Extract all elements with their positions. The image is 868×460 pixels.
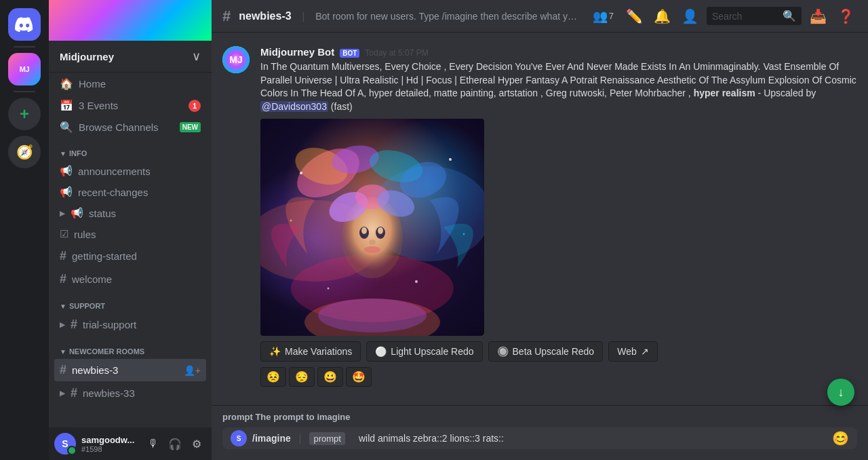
server-banner [49, 0, 212, 41]
browse-icon: 🔍 [60, 121, 73, 134]
server-header[interactable]: Midjourney ∨ [49, 41, 212, 73]
members-icon: 👥 [593, 9, 608, 24]
jump-to-present-button[interactable]: ↓ [827, 379, 854, 406]
reaction-sad[interactable]: 😔 [289, 367, 315, 387]
beta-upscale-label: Beta Upscale Redo [513, 346, 595, 357]
category-newcomer-label: NEWCOMER ROOMS [69, 347, 144, 356]
emoji-picker-button[interactable]: 😊 [832, 430, 849, 446]
hash-icon-newbies3: # [60, 363, 66, 377]
server-name: Midjourney [60, 51, 114, 62]
mic-button[interactable]: 🎙 [144, 434, 163, 453]
web-label: Web [617, 346, 637, 357]
help-button[interactable]: ❓ [835, 5, 857, 27]
category-newcomer[interactable]: ▼ NEWCOMER ROOMS [49, 337, 212, 358]
sidebar-item-home[interactable]: 🏠 Home [54, 73, 206, 94]
light-upscale-icon: ⚪ [375, 346, 387, 357]
header-actions: 👥 7 ✏️ 🔔 👤 Search 🔍 📥 ❓ [589, 5, 857, 27]
add-user-icon-newbies3: 👤+ [184, 365, 201, 376]
search-bar[interactable]: Search 🔍 [707, 7, 802, 25]
inbox-button[interactable]: 📥 [807, 5, 829, 27]
prompt-description: The prompt to imagine [255, 412, 350, 422]
sidebar-item-events[interactable]: 📅 3 Events 1 [54, 95, 206, 116]
announcements-label: announcements [78, 166, 201, 177]
bookmark-button[interactable]: ✏️ [623, 5, 646, 27]
make-variations-button[interactable]: ✨ Make Variations [260, 341, 361, 362]
sidebar-item-newbies-33[interactable]: ▶ # newbies-33 [54, 382, 206, 404]
sidebar-item-rules[interactable]: ☑ rules [54, 224, 206, 244]
external-link-icon: ↗ [641, 346, 649, 357]
reaction-love[interactable]: 🤩 [346, 367, 372, 387]
input-divider: | [299, 433, 302, 444]
search-placeholder: Search [712, 11, 780, 22]
hash-icon-trial: # [71, 318, 77, 332]
reaction-happy[interactable]: 😀 [317, 367, 343, 387]
hash-icon-getting-started: # [60, 249, 66, 263]
prompt-bar: prompt The prompt to imagine [212, 405, 868, 427]
svg-point-29 [415, 280, 418, 283]
discord-home-icon[interactable] [8, 8, 41, 41]
member-list-button[interactable]: 👤 [679, 5, 701, 27]
light-upscale-redo-button[interactable]: ⚪ Light Upscale Redo [366, 341, 482, 362]
header-separator: | [302, 11, 305, 22]
notification-button[interactable]: 🔔 [651, 5, 673, 27]
midjourney-server-icon[interactable]: MJ [8, 53, 41, 85]
input-prompt-prefix: prompt [309, 432, 344, 445]
beta-upscale-redo-button[interactable]: 🔘 Beta Upscale Redo [488, 341, 604, 362]
svg-point-23 [364, 246, 380, 253]
user-tag: #1598 [81, 445, 138, 453]
reaction-angry[interactable]: 😣 [260, 367, 286, 387]
sidebar-item-trial-support[interactable]: ▶ # trial-support [54, 313, 206, 336]
action-buttons: ✨ Make Variations ⚪ Light Upscale Redo 🔘… [260, 341, 857, 362]
newbies-3-label: newbies-3 [72, 364, 178, 376]
sidebar-item-status[interactable]: ▶ 📢 status [54, 203, 206, 223]
web-button[interactable]: Web ↗ [608, 341, 658, 362]
headphone-button[interactable]: 🎧 [165, 434, 184, 453]
message-image-container[interactable] [260, 119, 484, 336]
getting-started-label: getting-started [72, 250, 201, 262]
explore-servers-button[interactable]: 🧭 [8, 136, 41, 168]
category-info[interactable]: ▼ INFO [49, 138, 212, 160]
status-label: status [89, 208, 201, 219]
sidebar-item-getting-started[interactable]: # getting-started [54, 245, 206, 267]
user-avatar-letter: S [62, 438, 68, 449]
check-icon-rules: ☑ [60, 228, 68, 240]
input-field[interactable] [353, 430, 827, 446]
sidebar-item-welcome[interactable]: # welcome [54, 268, 206, 290]
light-upscale-label: Light Upscale Redo [391, 346, 473, 357]
sidebar-item-announcements[interactable]: 📢 announcements [54, 161, 206, 181]
server-separator [14, 46, 35, 47]
upscale-suffix: - Upscaled by [758, 88, 816, 98]
message-text: In The Quantum Multiverses, Every Choice… [260, 60, 857, 113]
announce-icon-recent: 📢 [60, 186, 73, 198]
members-count: 7 [609, 11, 614, 21]
message-header: Midjourney Bot BOT Today at 5:07 PM [260, 46, 857, 58]
messages-area[interactable]: MJ Midjourney Bot BOT Today at 5:07 PM I… [212, 33, 868, 405]
sidebar-item-newbies-3[interactable]: # newbies-3 👤+ [54, 359, 206, 381]
svg-point-28 [328, 288, 330, 290]
svg-point-21 [378, 227, 383, 234]
input-avatar-letter: S [237, 435, 241, 442]
input-box[interactable]: S /imagine | prompt 😊 [222, 427, 857, 449]
newbies-33-label: newbies-33 [83, 387, 201, 399]
events-badge: 1 [189, 100, 201, 112]
category-arrow-icon: ▼ [60, 150, 66, 157]
sidebar-item-recent-changes[interactable]: 📢 recent-changes [54, 182, 206, 202]
members-count-button[interactable]: 👥 7 [589, 6, 618, 26]
make-variations-label: Make Variations [285, 346, 352, 357]
announce-icon-announcements: 📢 [60, 165, 73, 177]
speed-tag: (fast) [331, 101, 353, 112]
channel-description: Bot room for new users. Type /imagine th… [315, 11, 580, 22]
expand-icon-newbies33: ▶ [60, 389, 65, 397]
settings-button[interactable]: ⚙ [187, 434, 206, 453]
events-label: 3 Events [79, 100, 183, 111]
user-info: samgoodw... #1598 [81, 435, 138, 453]
svg-point-27 [449, 158, 452, 161]
user-panel: S samgoodw... #1598 🎙 🎧 ⚙ [49, 427, 212, 460]
sidebar-item-browse-channels[interactable]: 🔍 Browse Channels NEW [54, 117, 206, 138]
message-content: Midjourney Bot BOT Today at 5:07 PM In T… [260, 46, 857, 387]
category-support[interactable]: ▼ SUPPORT [49, 291, 212, 313]
add-server-button[interactable]: + [8, 98, 41, 130]
user-avatar: S [54, 433, 76, 455]
svg-point-30 [290, 220, 292, 222]
recent-changes-label: recent-changes [78, 187, 201, 198]
